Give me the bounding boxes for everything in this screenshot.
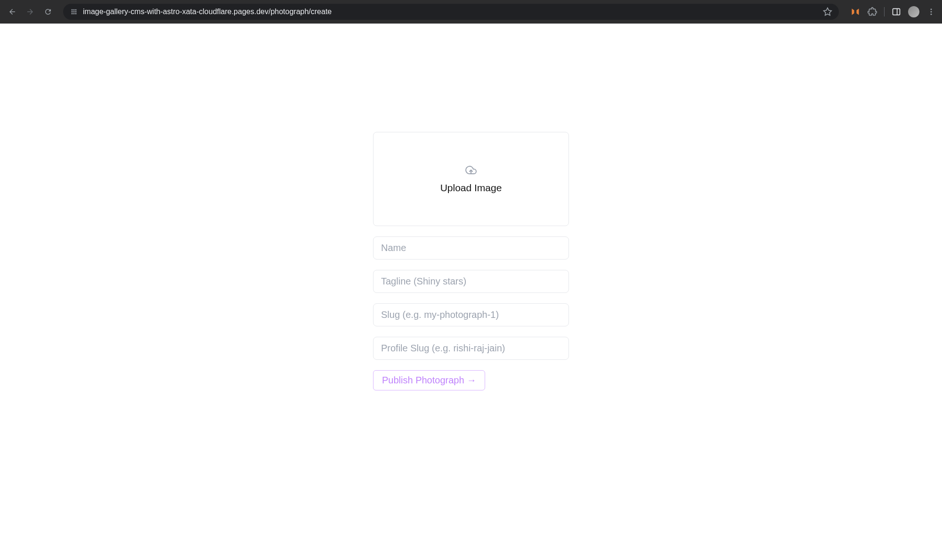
publish-button-label: Publish Photograph →	[382, 375, 476, 386]
profile-avatar[interactable]	[908, 6, 919, 17]
cloud-upload-icon	[464, 164, 478, 178]
name-input[interactable]	[373, 236, 569, 260]
back-button[interactable]	[6, 5, 19, 18]
forward-button[interactable]	[24, 5, 37, 18]
menu-icon[interactable]	[926, 7, 936, 17]
tagline-input[interactable]	[373, 270, 569, 293]
create-photograph-form: Upload Image Publish Photograph →	[373, 132, 569, 560]
slug-input[interactable]	[373, 303, 569, 326]
url-text: image-gallery-cms-with-astro-xata-cloudf…	[83, 8, 818, 16]
svg-rect-0	[893, 8, 900, 15]
reload-button[interactable]	[41, 5, 55, 18]
extensions-icon[interactable]	[867, 7, 877, 17]
publish-button[interactable]: Publish Photograph →	[373, 370, 485, 390]
page-content: Upload Image Publish Photograph →	[0, 24, 942, 560]
browser-right-icons	[847, 6, 936, 17]
upload-label: Upload Image	[440, 182, 502, 194]
profile-slug-input[interactable]	[373, 337, 569, 360]
toolbar-divider	[884, 7, 885, 16]
bookmark-star-icon[interactable]	[823, 7, 832, 16]
svg-point-4	[931, 14, 932, 15]
address-bar[interactable]: image-gallery-cms-with-astro-xata-cloudf…	[63, 4, 839, 20]
extension-metamask-icon[interactable]	[850, 7, 861, 17]
site-info-icon[interactable]	[70, 8, 78, 16]
side-panel-icon[interactable]	[891, 7, 901, 17]
upload-image-dropzone[interactable]: Upload Image	[373, 132, 569, 226]
svg-point-3	[931, 11, 932, 13]
svg-point-2	[931, 8, 932, 10]
browser-toolbar: image-gallery-cms-with-astro-xata-cloudf…	[0, 0, 942, 24]
